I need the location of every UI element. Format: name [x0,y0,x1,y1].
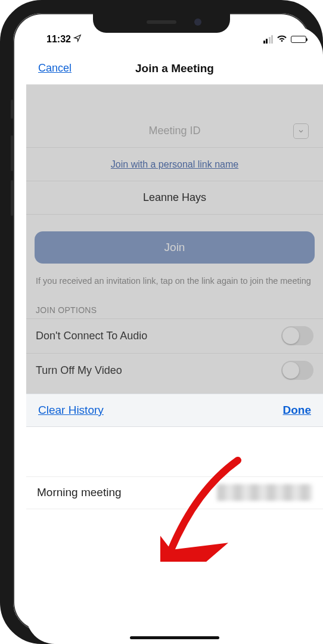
main-form-dimmed: Meeting ID Join with a personal link nam… [26,85,323,394]
clear-history-button[interactable]: Clear History [38,404,104,417]
status-time: 11:32 [46,34,71,45]
wifi-icon [277,33,287,46]
history-empty-row [26,427,323,477]
display-name-value: Leanne Hays [143,191,206,204]
option-audio-label: Don't Connect To Audio [36,330,147,342]
chevron-down-icon[interactable] [293,123,309,139]
nav-header: Cancel Join a Meeting [26,52,323,85]
personal-link[interactable]: Join with a personal link name [111,159,238,170]
personal-link-row[interactable]: Join with a personal link name [26,148,323,181]
done-button[interactable]: Done [283,404,312,417]
location-icon [73,34,82,45]
audio-toggle[interactable] [281,326,313,345]
meeting-id-placeholder: Meeting ID [148,125,200,137]
option-audio-row: Don't Connect To Audio [26,318,323,353]
video-toggle[interactable] [281,361,313,380]
cancel-button[interactable]: Cancel [38,62,72,75]
history-toolbar: Clear History Done [26,394,323,427]
join-options-label: JOIN OPTIONS [26,299,323,318]
option-video-label: Turn Off My Video [36,364,122,377]
history-item-title: Morning meeting [37,486,122,499]
join-button[interactable]: Join [35,231,315,264]
home-indicator[interactable] [130,636,219,639]
battery-icon [291,36,306,43]
history-item[interactable]: Morning meeting [26,477,323,509]
option-video-row: Turn Off My Video [26,353,323,388]
history-item-id-redacted [217,484,312,501]
display-name-field[interactable]: Leanne Hays [26,181,323,215]
meeting-id-field[interactable]: Meeting ID [26,114,323,148]
page-title: Join a Meeting [135,62,214,75]
cellular-icon [263,35,274,44]
hint-text: If you received an invitation link, tap … [26,270,323,299]
